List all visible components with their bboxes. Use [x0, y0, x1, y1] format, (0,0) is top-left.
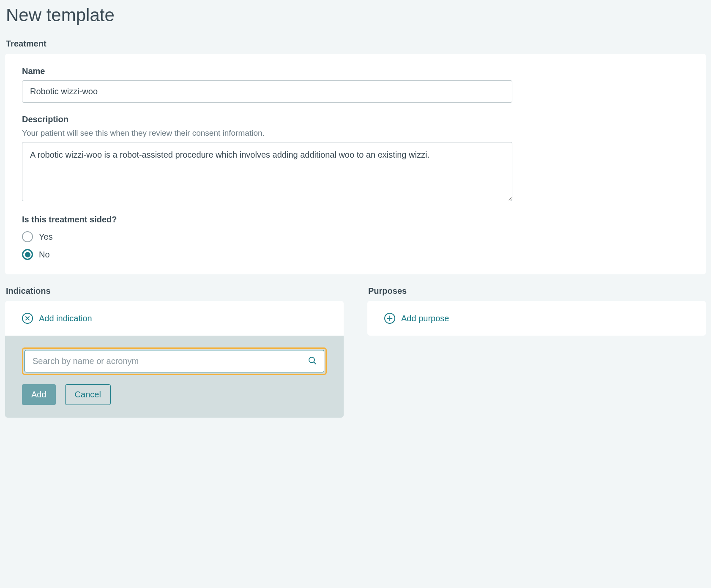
radio-icon — [22, 249, 33, 260]
add-indication-label: Add indication — [39, 314, 92, 323]
purposes-add-card: Add purpose — [367, 301, 706, 336]
radio-label-yes: Yes — [39, 232, 53, 242]
description-label: Description — [22, 115, 689, 124]
name-input[interactable] — [22, 80, 512, 103]
treatment-card: Name Description Your patient will see t… — [5, 54, 706, 274]
sided-label: Is this treatment sided? — [22, 215, 689, 224]
indication-search-panel: Add Cancel — [5, 336, 344, 418]
radio-label-no: No — [39, 250, 50, 260]
description-field-group: Description Your patient will see this w… — [22, 115, 689, 203]
sided-field-group: Is this treatment sided? Yes No — [22, 215, 689, 260]
purposes-column: Purposes Add purpose — [367, 286, 706, 336]
plus-circle-icon — [384, 313, 395, 324]
name-label: Name — [22, 66, 689, 76]
close-circle-icon — [22, 313, 33, 324]
indication-search-input[interactable] — [25, 350, 324, 372]
search-focus-ring — [22, 347, 327, 375]
add-purpose-label: Add purpose — [401, 314, 449, 323]
add-button[interactable]: Add — [22, 384, 56, 405]
add-purpose-link[interactable]: Add purpose — [384, 313, 449, 324]
indications-section-label: Indications — [6, 286, 344, 296]
name-field-group: Name — [22, 66, 689, 103]
description-textarea[interactable] — [22, 142, 512, 201]
purposes-section-label: Purposes — [368, 286, 706, 296]
sided-radio-no[interactable]: No — [22, 249, 689, 260]
add-indication-link[interactable]: Add indication — [22, 313, 92, 324]
sided-radio-yes[interactable]: Yes — [22, 231, 689, 242]
cancel-button[interactable]: Cancel — [65, 384, 111, 405]
indications-add-card: Add indication — [5, 301, 344, 336]
treatment-section-label: Treatment — [6, 39, 706, 49]
indications-column: Indications Add indication Add — [5, 286, 344, 418]
radio-icon — [22, 231, 33, 242]
page-title: New template — [6, 5, 706, 25]
description-hint: Your patient will see this when they rev… — [22, 129, 689, 138]
